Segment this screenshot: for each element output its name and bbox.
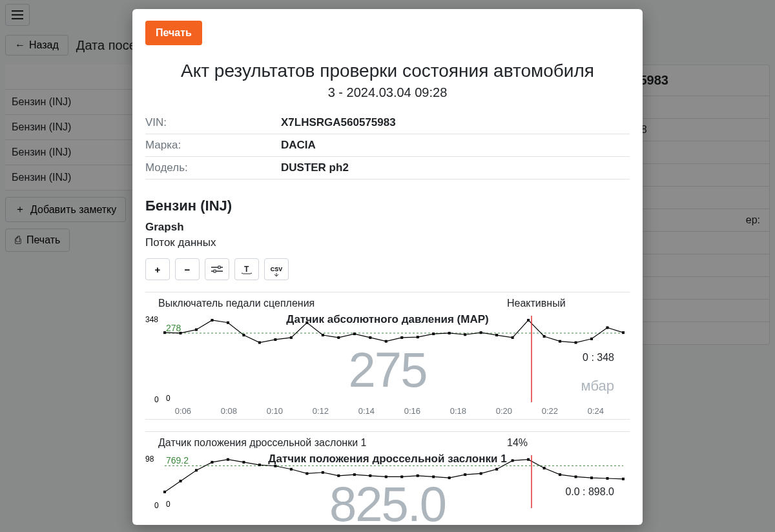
- sliders-icon: [211, 265, 223, 273]
- svg-rect-18: [242, 334, 245, 336]
- svg-text:0:20: 0:20: [496, 406, 512, 416]
- svg-rect-41: [606, 326, 609, 329]
- kv-vin-label: VIN:: [145, 112, 281, 134]
- download-icon: [273, 273, 280, 277]
- svg-rect-59: [163, 491, 166, 493]
- svg-rect-31: [448, 332, 451, 334]
- chart2-body[interactable]: Датчик положения дроссельной заслонки 1 …: [145, 453, 630, 511]
- kv-model-value: DUSTER ph2: [281, 157, 630, 179]
- svg-rect-84: [559, 473, 561, 476]
- svg-rect-87: [606, 477, 609, 480]
- svg-rect-85: [575, 475, 577, 478]
- modal-print-label: Печать: [156, 27, 192, 38]
- svg-rect-86: [590, 476, 593, 479]
- svg-rect-42: [622, 331, 625, 334]
- report-subtitle: 3 - 2024.03.04 09:28: [145, 85, 630, 100]
- chart-toolbar: + − T CSV: [145, 258, 630, 280]
- chart1-body[interactable]: Датчик абсолютного давления (MAP) 275 0 …: [145, 313, 630, 416]
- svg-text:0:12: 0:12: [313, 406, 329, 416]
- svg-rect-30: [432, 332, 435, 335]
- svg-rect-24: [337, 336, 340, 339]
- minus-icon: −: [185, 264, 191, 275]
- svg-rect-79: [480, 472, 482, 475]
- chart-block-map: Выключатель педали сцепления Неактивный …: [145, 292, 630, 420]
- svg-rect-69: [322, 471, 324, 474]
- chart-block-throttle: Датчик положения дроссельной заслонки 1 …: [145, 431, 630, 513]
- chart1-unit: мбар: [581, 378, 614, 394]
- svg-rect-35: [512, 336, 514, 339]
- svg-rect-77: [448, 476, 451, 479]
- svg-text:0:24: 0:24: [588, 406, 604, 416]
- modal-print-button[interactable]: Печать: [145, 21, 202, 45]
- svg-text:0:06: 0:06: [175, 406, 191, 416]
- svg-rect-60: [179, 480, 181, 482]
- svg-text:0:08: 0:08: [221, 406, 237, 416]
- svg-rect-39: [575, 342, 577, 344]
- chart1-overlay-title: Датчик абсолютного давления (MAP): [145, 313, 630, 326]
- svg-rect-28: [400, 336, 403, 339]
- svg-rect-88: [622, 478, 625, 480]
- chart1-svg: 348027800:060:080:100:120:140:160:180:20…: [145, 313, 630, 416]
- svg-rect-26: [369, 336, 371, 339]
- filter-button[interactable]: [205, 258, 229, 280]
- svg-rect-78: [464, 473, 466, 476]
- svg-rect-68: [305, 472, 308, 475]
- svg-text:0: 0: [154, 501, 159, 510]
- section-sub1: Grapsh: [145, 221, 630, 234]
- svg-rect-5: [218, 266, 220, 269]
- svg-rect-80: [495, 468, 498, 471]
- chart2-header-left: Датчик положения дроссельной заслонки 1: [158, 437, 507, 449]
- svg-rect-83: [543, 467, 546, 469]
- svg-rect-23: [322, 334, 324, 336]
- text-icon: T: [242, 264, 252, 274]
- svg-rect-33: [480, 331, 482, 334]
- chart1-header-left: Выключатель педали сцепления: [158, 298, 507, 309]
- report-title: Акт результатов проверки состояния автом…: [145, 61, 630, 81]
- svg-rect-73: [385, 475, 388, 478]
- kv-model-label: Модель:: [145, 157, 281, 179]
- zoom-out-button[interactable]: −: [175, 258, 200, 280]
- svg-text:0:14: 0:14: [358, 406, 375, 416]
- svg-rect-21: [290, 336, 293, 339]
- report-kv-table: VIN: X7LHSRGA560575983 Марка: DACIA Моде…: [145, 112, 630, 179]
- csv-label: CSV: [271, 266, 283, 272]
- svg-rect-32: [464, 333, 466, 336]
- svg-rect-15: [195, 329, 198, 331]
- section-title: Бензин (INJ): [145, 198, 630, 214]
- svg-text:0: 0: [166, 394, 170, 403]
- svg-rect-29: [417, 336, 419, 338]
- chart1-range: 0 : 348: [583, 352, 614, 363]
- svg-rect-19: [258, 342, 261, 344]
- svg-rect-38: [559, 340, 561, 343]
- svg-rect-40: [590, 338, 593, 340]
- svg-rect-61: [195, 469, 198, 471]
- text-tool-button[interactable]: T: [234, 258, 259, 280]
- svg-text:0: 0: [154, 395, 159, 404]
- svg-rect-72: [369, 475, 371, 477]
- modal-overlay[interactable]: Печать Акт результатов проверки состояни…: [0, 0, 775, 532]
- svg-rect-13: [163, 331, 166, 334]
- svg-text:T: T: [244, 265, 249, 274]
- chart2-overlay-title: Датчик положения дроссельной заслонки 1: [145, 453, 630, 466]
- svg-rect-75: [417, 475, 419, 477]
- svg-rect-27: [385, 340, 388, 343]
- csv-export-button[interactable]: CSV: [264, 258, 289, 280]
- svg-rect-76: [432, 475, 435, 478]
- report-modal: Печать Акт результатов проверки состояни…: [132, 9, 643, 525]
- zoom-in-button[interactable]: +: [145, 258, 170, 280]
- plus-icon: +: [155, 264, 161, 275]
- svg-rect-67: [290, 468, 293, 471]
- svg-rect-74: [400, 475, 403, 478]
- chart2-range: 0.0 : 898.0: [565, 486, 614, 498]
- svg-rect-70: [337, 475, 340, 477]
- kv-vin-value: X7LHSRGA560575983: [281, 112, 630, 134]
- svg-rect-25: [353, 332, 356, 335]
- section-sub2: Поток данных: [145, 236, 630, 249]
- svg-text:0:18: 0:18: [450, 406, 466, 416]
- svg-rect-34: [495, 334, 498, 336]
- svg-rect-71: [353, 473, 356, 476]
- svg-text:0:10: 0:10: [267, 406, 283, 416]
- svg-rect-37: [543, 335, 546, 338]
- chart2-header-right: 14%: [507, 437, 617, 449]
- svg-rect-20: [274, 338, 276, 341]
